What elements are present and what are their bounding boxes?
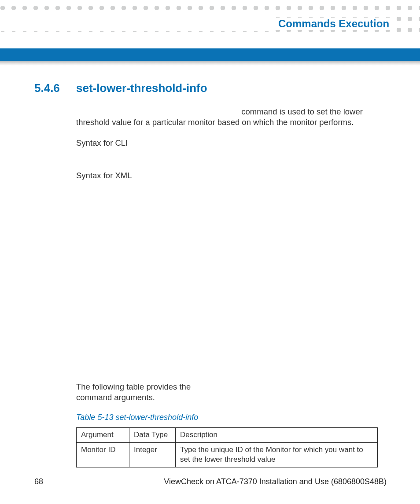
chapter-title: Commands Execution bbox=[274, 18, 395, 30]
intro-paragraph: XXXXXXXXXXXXXXXXXXXXXXXXXXXXXX command i… bbox=[76, 107, 384, 128]
table-row: Monitor ID Integer Type the unique ID of… bbox=[77, 442, 378, 467]
th-argument: Argument bbox=[77, 428, 129, 442]
content-area: 5.4.6 set-lower-threshold-info XXXXXXXXX… bbox=[34, 81, 387, 467]
intro-tail: command is used to set the lower thresho… bbox=[76, 107, 363, 127]
td-datatype: Integer bbox=[129, 442, 176, 467]
td-argument: Monitor ID bbox=[77, 442, 129, 467]
th-datatype: Data Type bbox=[129, 428, 176, 442]
syntax-xml-label: Syntax for XML bbox=[76, 170, 384, 181]
header-dot-mask bbox=[0, 13, 273, 31]
table-intro-pre: The following table provides the bbox=[76, 382, 193, 391]
th-description: Description bbox=[176, 428, 378, 442]
table-intro-post: command arguments. bbox=[76, 393, 155, 402]
table-header-row: Argument Data Type Description bbox=[77, 428, 378, 442]
section-title: set-lower-threshold-info bbox=[76, 81, 207, 95]
table-caption: Table 5-13 set-lower-threshold-info bbox=[76, 412, 384, 423]
td-description: Type the unique ID of the Monitor for wh… bbox=[176, 442, 378, 467]
doc-title: ViewCheck on ATCA-7370 Installation and … bbox=[164, 477, 387, 486]
arguments-table: Argument Data Type Description Monitor I… bbox=[76, 427, 378, 467]
header-underbar bbox=[0, 61, 420, 66]
footer: 68 ViewCheck on ATCA-7370 Installation a… bbox=[34, 477, 387, 486]
syntax-cli-label: Syntax for CLI bbox=[76, 138, 384, 148]
table-intro: The following table provides the XXXXXXX… bbox=[76, 382, 384, 403]
section-heading: 5.4.6 set-lower-threshold-info bbox=[34, 81, 387, 95]
syntax-xml-placeholder bbox=[76, 181, 384, 382]
footer-rule bbox=[34, 473, 387, 473]
header-blue-bar bbox=[0, 48, 420, 61]
page-number: 68 bbox=[34, 477, 43, 486]
section-body: XXXXXXXXXXXXXXXXXXXXXXXXXXXXXX command i… bbox=[76, 107, 384, 467]
section-number: 5.4.6 bbox=[34, 81, 76, 95]
